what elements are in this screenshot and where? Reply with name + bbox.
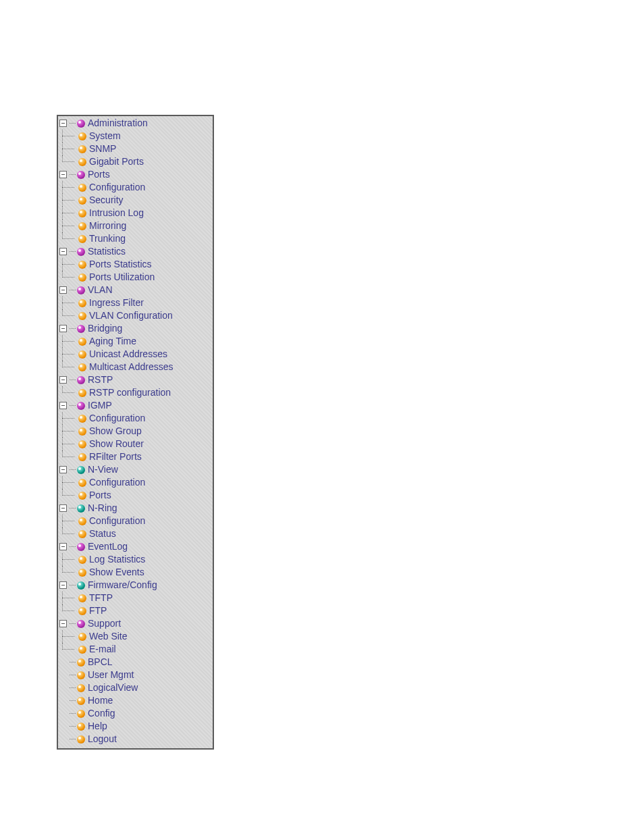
tree-label[interactable]: SNMP	[89, 142, 116, 155]
tree-label[interactable]: Home	[88, 694, 113, 707]
leaf-icon	[78, 517, 86, 525]
leaf-icon	[78, 633, 86, 641]
tree-label[interactable]: System	[89, 130, 121, 142]
folder-icon	[77, 581, 85, 590]
tree-label[interactable]: Show Router	[89, 438, 144, 450]
tree-label[interactable]: RSTP	[88, 373, 113, 386]
tree-label[interactable]: Firmware/Config	[88, 579, 157, 592]
tree-label[interactable]: FTP	[89, 604, 107, 617]
leaf-icon	[78, 197, 86, 205]
tree-item-bpcl: BPCL	[58, 656, 213, 669]
tree-label[interactable]: Intrusion Log	[89, 207, 144, 219]
folder-icon	[77, 376, 85, 384]
tree-item-support: Support Web Site E-mail	[58, 617, 213, 656]
leaf-icon	[78, 363, 86, 371]
tree-label[interactable]: Ingress Filter	[89, 296, 144, 309]
tree-label[interactable]: IGMP	[88, 399, 112, 412]
collapse-icon[interactable]	[59, 620, 67, 627]
tree-label[interactable]: Statistics	[88, 245, 126, 258]
collapse-icon[interactable]	[59, 376, 67, 384]
tree-label[interactable]: TFTP	[89, 592, 113, 604]
leaf-icon	[78, 235, 86, 243]
collapse-icon[interactable]	[59, 248, 67, 255]
tree-label[interactable]: EventLog	[88, 540, 128, 553]
tree-label[interactable]: Trunking	[89, 232, 126, 245]
leaf-icon	[77, 671, 85, 679]
tree-label[interactable]: Configuration	[89, 476, 145, 489]
tree-label[interactable]: Configuration	[89, 181, 145, 194]
tree-label[interactable]: Log Statistics	[89, 553, 145, 566]
tree-item-help: Help	[58, 720, 213, 733]
tree-label[interactable]: Ports Statistics	[89, 258, 152, 271]
tree-label[interactable]: VLAN Configuration	[89, 309, 173, 322]
tree-item-eventlog: EventLog Log Statistics Show Events	[58, 540, 213, 579]
leaf-icon	[78, 299, 86, 307]
leaf-icon	[78, 530, 86, 538]
leaf-icon	[78, 389, 86, 397]
tree-label[interactable]: Web Site	[89, 630, 128, 643]
tree-label[interactable]: VLAN	[88, 284, 113, 296]
collapse-icon[interactable]	[59, 543, 67, 550]
tree-item-n-view: N-View Configuration Ports	[58, 463, 213, 502]
folder-icon	[77, 504, 85, 513]
tree-label[interactable]: Ports Utilization	[89, 271, 155, 284]
tree-label[interactable]: Show Events	[89, 566, 144, 579]
leaf-icon	[77, 735, 85, 744]
folder-icon	[77, 543, 85, 551]
tree-label[interactable]: Security	[89, 194, 124, 207]
tree-label[interactable]: Multicast Addresses	[89, 361, 173, 373]
leaf-icon	[78, 440, 86, 448]
collapse-icon[interactable]	[59, 466, 67, 473]
tree-label[interactable]: Show Group	[89, 425, 142, 438]
tree-label[interactable]: Aging Time	[89, 335, 136, 348]
collapse-icon[interactable]	[59, 402, 67, 409]
tree-label[interactable]: N-Ring	[88, 502, 117, 515]
collapse-icon[interactable]	[59, 120, 67, 127]
leaf-icon	[78, 350, 86, 359]
collapse-icon[interactable]	[59, 171, 67, 178]
tree-label[interactable]: Help	[88, 720, 107, 733]
leaf-icon	[78, 222, 86, 230]
folder-icon	[77, 466, 85, 474]
tree-label[interactable]: E-mail	[89, 643, 116, 656]
tree-label[interactable]: Config	[88, 707, 115, 720]
folder-icon	[77, 171, 85, 179]
tree-label[interactable]: Configuration	[89, 412, 145, 425]
collapse-icon[interactable]	[59, 286, 67, 294]
tree-label[interactable]: Administration	[88, 117, 148, 130]
leaf-icon	[78, 209, 86, 217]
tree-item-firmware-config: Firmware/Config TFTP FTP	[58, 579, 213, 617]
collapse-icon[interactable]	[59, 504, 67, 512]
tree-label[interactable]: LogicalView	[88, 681, 138, 694]
tree-label[interactable]: BPCL	[88, 656, 113, 669]
tree-label[interactable]: Ports	[88, 168, 110, 181]
tree-label[interactable]: Logout	[88, 733, 117, 746]
leaf-icon	[78, 479, 86, 487]
tree-label[interactable]: Mirroring	[89, 219, 126, 232]
leaf-icon	[78, 338, 86, 346]
tree-label[interactable]: Gigabit Ports	[89, 155, 144, 168]
tree-label[interactable]: N-View	[88, 463, 118, 476]
tree-label[interactable]: Ports	[89, 489, 111, 502]
tree-label[interactable]: Configuration	[89, 515, 145, 527]
tree-label[interactable]: Support	[88, 617, 121, 630]
tree-item-bridging: Bridging Aging Time Unicast Addresses Mu…	[58, 322, 213, 373]
tree-label[interactable]: Bridging	[88, 322, 122, 335]
tree-label[interactable]: User Mgmt	[88, 669, 134, 681]
leaf-icon	[77, 710, 85, 718]
tree-item-n-ring: N-Ring Configuration Status	[58, 502, 213, 540]
tree-item-ports: Ports Configuration Security Intrusion L…	[58, 168, 213, 245]
collapse-icon[interactable]	[59, 325, 67, 332]
nav-tree-panel: Administration System SNMP Gigabit Ports…	[57, 115, 214, 750]
leaf-icon	[78, 594, 86, 602]
collapse-icon[interactable]	[59, 581, 67, 589]
folder-icon	[77, 325, 85, 333]
tree-label[interactable]: Unicast Addresses	[89, 348, 167, 361]
leaf-icon	[78, 273, 86, 282]
leaf-icon	[77, 684, 85, 692]
tree-label[interactable]: RSTP configuration	[89, 386, 171, 399]
tree-label[interactable]: RFilter Ports	[89, 450, 142, 463]
leaf-icon	[78, 132, 86, 140]
tree-label[interactable]: Status	[89, 527, 116, 540]
folder-icon	[77, 120, 85, 128]
